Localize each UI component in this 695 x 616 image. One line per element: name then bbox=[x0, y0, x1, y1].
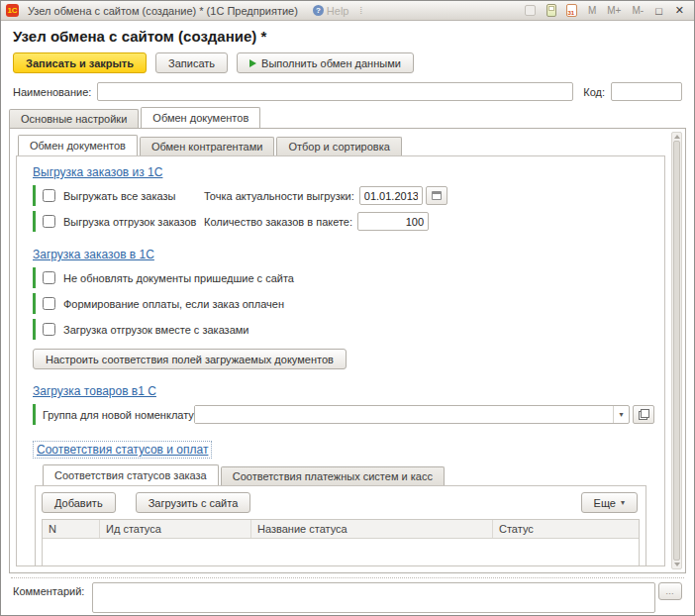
main-tab-strip: Основные настройки Обмен документов bbox=[1, 107, 694, 128]
memory-minus-button[interactable]: M- bbox=[629, 5, 646, 16]
nomenclature-group-input[interactable] bbox=[195, 406, 613, 423]
app-window: 1С Узел обмена с сайтом (создание) * (1С… bbox=[0, 0, 695, 616]
checkbox-import-shipments[interactable] bbox=[43, 323, 55, 336]
command-bar: Записать и закрыть Записать Выполнить об… bbox=[1, 48, 694, 79]
name-input[interactable] bbox=[97, 82, 573, 101]
page-title: Узел обмена с сайтом (создание) * bbox=[1, 21, 694, 48]
splitter-divider[interactable] bbox=[11, 577, 684, 578]
save-button[interactable]: Записать bbox=[155, 52, 228, 73]
memory-plus-button[interactable]: M+ bbox=[604, 5, 624, 16]
tab-document-exchange[interactable]: Обмен документов bbox=[141, 107, 260, 128]
date-picker-button[interactable] bbox=[426, 186, 447, 205]
section-link-export-orders[interactable]: Выгрузка заказов из 1С bbox=[33, 165, 162, 179]
calendar-icon[interactable]: 31 bbox=[564, 3, 580, 18]
actuality-point-label: Точка актуальности выгрузки: bbox=[204, 190, 354, 202]
inner-tab-strip: Обмен документов Обмен контрагентами Отб… bbox=[10, 129, 685, 155]
checkbox-export-shipments-label: Выгрузка отгрузок заказов bbox=[63, 216, 204, 228]
form-area: Узел обмена с сайтом (создание) * Записа… bbox=[1, 21, 694, 615]
required-marker bbox=[33, 185, 36, 206]
title-bar: 1С Узел обмена с сайтом (создание) * (1С… bbox=[1, 1, 694, 21]
section-link-import-products[interactable]: Загрузка товаров в1 С bbox=[33, 384, 156, 398]
maximize-button[interactable]: □ bbox=[651, 5, 666, 17]
section-link-status-mappings[interactable]: Соответствия статусов и оплат bbox=[33, 441, 212, 459]
required-marker bbox=[33, 267, 36, 288]
required-marker bbox=[33, 404, 36, 425]
tab-order-statuses[interactable]: Соответствия статусов заказа bbox=[43, 464, 219, 485]
add-status-button[interactable]: Добавить bbox=[42, 492, 116, 513]
close-button[interactable]: ✕ bbox=[671, 4, 688, 17]
checkbox-create-payment-label: Формирование оплаты, если заказ оплачен bbox=[63, 298, 284, 310]
statuses-toolbar: Добавить Загрузить с сайта Еще ▾ bbox=[36, 486, 645, 519]
actuality-date-input[interactable] bbox=[359, 186, 423, 205]
column-header-n[interactable]: N bbox=[43, 520, 100, 538]
tab-payment-systems[interactable]: Соответствия платежных систем и касс bbox=[221, 466, 445, 485]
vertical-scrollbar[interactable] bbox=[671, 132, 682, 569]
new-nomenclature-group-row: Группа для новой номенклатуры: ▾ bbox=[33, 404, 654, 425]
checkbox-no-update-docs[interactable] bbox=[43, 271, 55, 284]
status-tab-strip: Соответствия статусов заказа Соответстви… bbox=[33, 464, 654, 485]
tab-inner-counterparties[interactable]: Обмен контрагентами bbox=[140, 137, 275, 155]
required-marker bbox=[33, 319, 36, 340]
load-from-site-button[interactable]: Загрузить с сайта bbox=[136, 492, 251, 513]
window-title: Узел обмена с сайтом (создание) * (1С Пр… bbox=[28, 5, 298, 17]
memory-recall-button[interactable]: M bbox=[585, 5, 599, 16]
checkbox-import-shipments-label: Загрузка отгрузок вместе с заказами bbox=[63, 324, 249, 336]
open-nomenclature-button[interactable] bbox=[633, 405, 654, 424]
order-statuses-pane: Добавить Загрузить с сайта Еще ▾ bbox=[35, 485, 646, 566]
scroll-down-icon bbox=[674, 563, 680, 566]
scrollbar-thumb[interactable] bbox=[673, 141, 680, 561]
import-row-shipments: Загрузка отгрузок вместе с заказами bbox=[33, 319, 654, 340]
import-row-no-update: Не обновлять документы пришедшие с сайта bbox=[33, 267, 654, 288]
checkbox-export-all-orders-label: Выгружать все заказы bbox=[63, 190, 204, 202]
table-body-empty[interactable] bbox=[43, 539, 639, 566]
code-label: Код: bbox=[583, 86, 605, 98]
checkbox-no-update-docs-label: Не обновлять документы пришедшие с сайта bbox=[63, 272, 294, 284]
calculator-icon[interactable] bbox=[544, 3, 559, 18]
inner-documents-pane: Выгрузка заказов из 1С Выгружать все зак… bbox=[16, 155, 665, 566]
more-actions-label: Еще bbox=[594, 497, 616, 509]
calendar-picker-icon bbox=[432, 191, 442, 200]
tab-main-settings[interactable]: Основные настройки bbox=[9, 109, 139, 128]
orders-per-package-input[interactable] bbox=[357, 212, 429, 231]
checkbox-export-all-orders[interactable] bbox=[43, 189, 55, 202]
help-button[interactable]: ? Help bbox=[313, 5, 349, 17]
comment-label: Комментарий: bbox=[13, 582, 84, 597]
combobox-dropdown-button[interactable]: ▾ bbox=[613, 406, 629, 423]
app-window-icon[interactable] bbox=[523, 3, 539, 18]
chevron-down-icon: ▾ bbox=[621, 498, 625, 507]
export-row-all-orders: Выгружать все заказы Точка актуальности … bbox=[33, 185, 654, 206]
help-icon: ? bbox=[313, 5, 324, 16]
column-header-status[interactable]: Статус bbox=[493, 520, 639, 538]
document-exchange-pane: Обмен документов Обмен контрагентами Отб… bbox=[9, 128, 686, 573]
1c-logo-icon: 1С bbox=[6, 4, 19, 17]
comment-input[interactable] bbox=[92, 582, 655, 613]
required-marker bbox=[33, 293, 36, 314]
import-row-payment: Формирование оплаты, если заказ оплачен bbox=[33, 293, 654, 314]
nomenclature-group-label: Группа для новой номенклатуры: bbox=[43, 409, 189, 421]
save-and-close-button[interactable]: Записать и закрыть bbox=[13, 52, 147, 73]
open-form-icon bbox=[639, 409, 649, 420]
code-input[interactable] bbox=[611, 82, 682, 101]
comment-expand-button[interactable]: … bbox=[658, 582, 682, 600]
help-label: Help bbox=[327, 5, 349, 17]
tab-inner-documents[interactable]: Обмен документов bbox=[18, 135, 138, 155]
export-row-shipments: Выгрузка отгрузок заказов Количество зак… bbox=[33, 211, 654, 232]
checkbox-create-payment[interactable] bbox=[43, 297, 55, 310]
name-label: Наименование: bbox=[13, 86, 91, 98]
table-header-row: N Ид статуса Название статуса Статус bbox=[43, 520, 639, 539]
run-exchange-label: Выполнить обмен данными bbox=[261, 57, 401, 69]
column-header-status-id[interactable]: Ид статуса bbox=[100, 520, 251, 538]
configure-field-mapping-button[interactable]: Настроить соответствия полей загружаемых… bbox=[33, 349, 347, 369]
column-header-status-name[interactable]: Название статуса bbox=[251, 520, 493, 538]
nomenclature-group-combobox: ▾ bbox=[194, 405, 630, 424]
toolbar-grip-icon: ⁞ bbox=[359, 6, 363, 16]
status-mapping-table: N Ид статуса Название статуса Статус bbox=[42, 519, 640, 566]
tab-inner-filter-sort[interactable]: Отбор и сортировка bbox=[276, 137, 401, 155]
checkbox-export-shipments[interactable] bbox=[43, 215, 55, 228]
chevron-down-icon: ▾ bbox=[619, 410, 623, 419]
run-exchange-button[interactable]: Выполнить обмен данными bbox=[237, 52, 414, 73]
more-actions-button[interactable]: Еще ▾ bbox=[581, 492, 638, 513]
name-row: Наименование: Код: bbox=[1, 79, 694, 107]
orders-per-package-label: Количество заказов в пакете: bbox=[204, 216, 352, 228]
section-link-import-orders[interactable]: Загрузка заказов в 1С bbox=[33, 248, 154, 261]
